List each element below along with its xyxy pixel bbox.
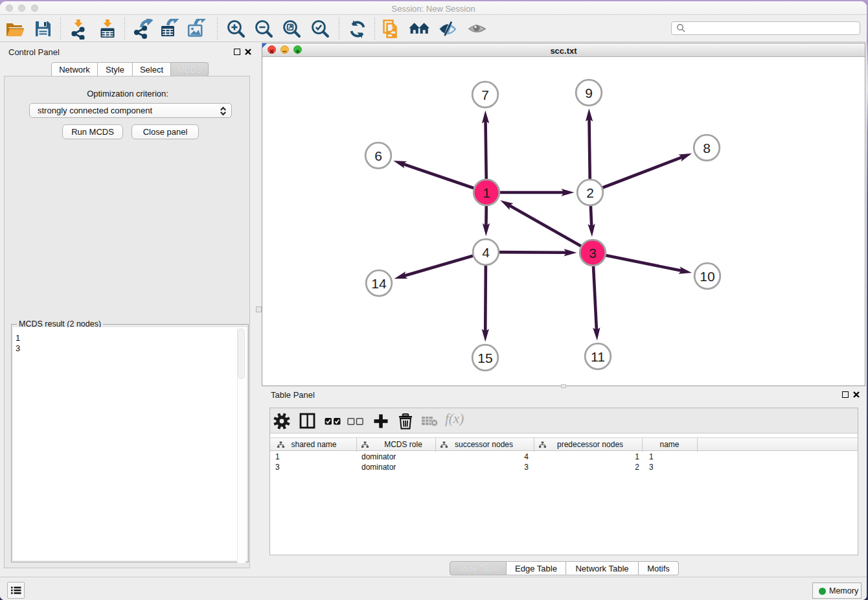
- svg-text:6: 6: [374, 148, 382, 163]
- svg-text:9: 9: [585, 85, 593, 100]
- svg-text:1: 1: [483, 185, 490, 200]
- svg-text:11: 11: [591, 349, 605, 363]
- svg-text:4: 4: [482, 244, 490, 259]
- svg-text:10: 10: [700, 268, 714, 283]
- svg-text:7: 7: [481, 87, 489, 102]
- svg-text:14: 14: [371, 275, 387, 290]
- svg-text:3: 3: [589, 245, 597, 260]
- svg-text:8: 8: [703, 140, 711, 155]
- svg-text:15: 15: [477, 350, 492, 365]
- svg-text:2: 2: [586, 185, 594, 200]
